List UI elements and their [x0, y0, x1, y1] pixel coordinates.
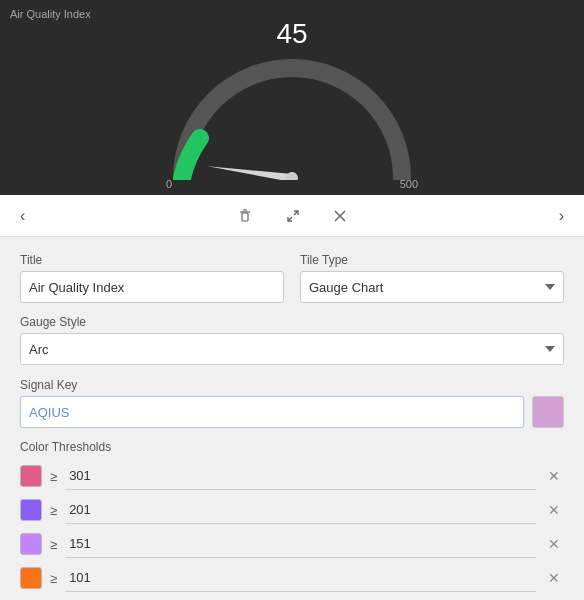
toolbar-center [229, 204, 355, 228]
gauge-value: 45 [276, 18, 307, 50]
threshold-row: ≥✕ [20, 462, 564, 490]
gauge-style-group: Gauge Style Arc Radial Linear [20, 315, 564, 365]
title-input[interactable] [20, 271, 284, 303]
threshold-gte-symbol: ≥ [50, 571, 57, 586]
signal-key-row [20, 396, 564, 428]
trash-icon [237, 208, 253, 224]
gauge-arc-svg [162, 50, 422, 180]
threshold-gte-symbol: ≥ [50, 503, 57, 518]
toolbar-right: › [551, 203, 572, 229]
signal-key-input[interactable] [20, 396, 524, 428]
title-label: Title [20, 253, 284, 267]
gauge-style-row: Gauge Style Arc Radial Linear [20, 315, 564, 365]
threshold-value-input[interactable] [65, 462, 536, 490]
gauge-style-label: Gauge Style [20, 315, 564, 329]
threshold-color-swatch[interactable] [20, 499, 42, 521]
gauge-panel: Air Quality Index 45 0 500 [0, 0, 584, 195]
gauge-max-label: 500 [400, 178, 418, 190]
threshold-color-swatch[interactable] [20, 533, 42, 555]
threshold-remove-button[interactable]: ✕ [544, 570, 564, 586]
toolbar: ‹ › [0, 195, 584, 237]
title-group: Title [20, 253, 284, 303]
threshold-row: ≥✕ [20, 530, 564, 558]
gauge-style-select[interactable]: Arc Radial Linear [20, 333, 564, 365]
threshold-remove-button[interactable]: ✕ [544, 536, 564, 552]
signal-key-color-swatch[interactable] [532, 396, 564, 428]
gauge-svg-container: 0 500 [162, 50, 422, 190]
expand-button[interactable] [277, 204, 309, 228]
tile-type-label: Tile Type [300, 253, 564, 267]
signal-key-label: Signal Key [20, 378, 77, 392]
threshold-gte-symbol: ≥ [50, 537, 57, 552]
expand-icon [285, 208, 301, 224]
threshold-row: ≥✕ [20, 496, 564, 524]
threshold-remove-button[interactable]: ✕ [544, 468, 564, 484]
threshold-remove-button[interactable]: ✕ [544, 502, 564, 518]
color-thresholds-label: Color Thresholds [20, 440, 564, 454]
threshold-value-input[interactable] [65, 496, 536, 524]
forward-button[interactable]: › [551, 203, 572, 229]
close-icon [333, 209, 347, 223]
threshold-gte-symbol: ≥ [50, 469, 57, 484]
threshold-row: ≥✕ [20, 564, 564, 592]
tile-type-group: Tile Type Gauge Chart Line Chart Bar Cha… [300, 253, 564, 303]
back-button[interactable]: ‹ [12, 203, 33, 229]
gauge-panel-title: Air Quality Index [10, 8, 91, 20]
tile-type-select[interactable]: Gauge Chart Line Chart Bar Chart Pie Cha… [300, 271, 564, 303]
close-button[interactable] [325, 205, 355, 227]
threshold-color-swatch[interactable] [20, 567, 42, 589]
threshold-color-swatch[interactable] [20, 465, 42, 487]
signal-key-label-wrapper: Signal Key [20, 377, 564, 392]
toolbar-left: ‹ [12, 203, 33, 229]
svg-rect-2 [242, 213, 248, 221]
threshold-value-input[interactable] [65, 530, 536, 558]
delete-button[interactable] [229, 204, 261, 228]
form-area: Title Tile Type Gauge Chart Line Chart B… [0, 237, 584, 600]
gauge-labels: 0 500 [162, 178, 422, 190]
threshold-value-input[interactable] [65, 564, 536, 592]
gauge-min-label: 0 [166, 178, 172, 190]
title-tiletype-row: Title Tile Type Gauge Chart Line Chart B… [20, 253, 564, 303]
thresholds-container: ≥✕≥✕≥✕≥✕≥✕≥✕ [20, 462, 564, 600]
